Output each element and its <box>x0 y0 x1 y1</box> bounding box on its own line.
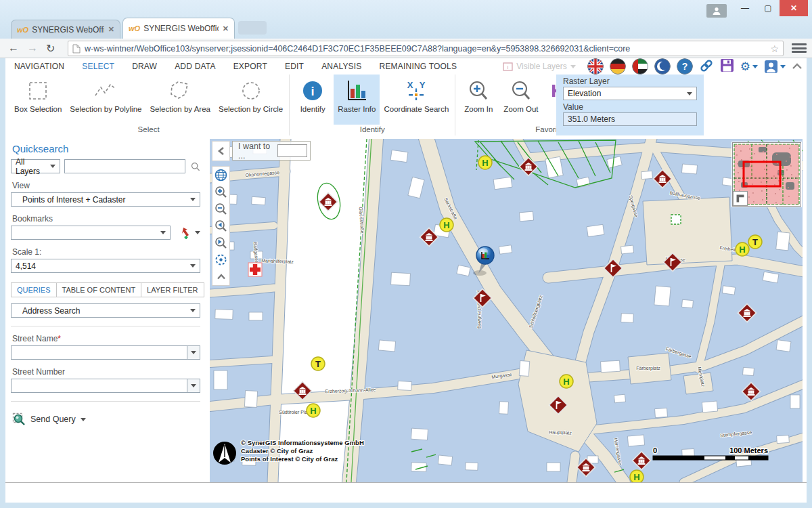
profile-button[interactable] <box>706 4 727 18</box>
collapse-sidebar-button[interactable] <box>212 141 230 161</box>
street-number-combo[interactable] <box>11 379 200 393</box>
tab-remaining-tools[interactable]: REMAINING TOOLS <box>371 62 466 71</box>
browser-tab-active[interactable]: wO SYNERGIS WebOffice Web ✕ <box>122 18 235 39</box>
reload-icon[interactable]: ↻ <box>46 42 55 55</box>
zoom-out-button[interactable]: Zoom Out <box>499 75 542 125</box>
layers-info-icon: i <box>503 62 513 71</box>
overview-extent-rect[interactable] <box>744 162 780 186</box>
map-zoom-out-button[interactable] <box>212 200 229 217</box>
previous-extent-button[interactable] <box>212 217 229 234</box>
street-name-input[interactable] <box>11 345 187 360</box>
send-query-icon <box>12 412 26 426</box>
locate-button[interactable] <box>212 251 229 268</box>
language-english-flag[interactable] <box>587 58 604 75</box>
tab-export[interactable]: EXPORT <box>225 62 276 71</box>
street-number-dropdown-button[interactable] <box>187 379 200 393</box>
tab-close-icon[interactable]: ✕ <box>223 24 229 33</box>
overview-toggle-button[interactable] <box>733 191 748 206</box>
quicksearch-title: Quicksearch <box>12 143 200 154</box>
view-select[interactable]: Points of Interest + Cadaster <box>11 192 200 207</box>
i-want-to-widget[interactable]: I want to ... <box>232 141 311 161</box>
next-extent-button[interactable] <box>212 234 229 251</box>
raster-info-button[interactable]: Raster Info <box>334 75 380 125</box>
i-want-to-input[interactable] <box>277 144 307 157</box>
collapse-toolbar-button[interactable] <box>212 268 229 285</box>
send-query-button[interactable]: Send Query <box>12 412 200 426</box>
street-name-combo[interactable] <box>11 345 200 360</box>
tab-edit[interactable]: EDIT <box>276 62 313 71</box>
share-link-icon[interactable] <box>699 58 714 75</box>
tab-close-icon[interactable]: ✕ <box>108 25 114 34</box>
tab-navigation[interactable]: NAVIGATION <box>5 62 73 71</box>
street-name-dropdown-button[interactable] <box>187 345 200 360</box>
map-viewport[interactable]: ÖkonomiegasseMariahilferplatzBadgasseGla… <box>210 139 803 482</box>
help-icon[interactable]: ? <box>677 58 693 75</box>
search-icon[interactable] <box>191 161 200 173</box>
box-selection-icon <box>26 77 49 105</box>
close-button[interactable]: ✕ <box>780 0 808 16</box>
tab-table-of-content[interactable]: TABLE OF CONTENT <box>57 282 142 297</box>
send-query-menu-caret[interactable] <box>81 418 86 421</box>
stop-h-marker: H <box>440 218 453 232</box>
bookmark-menu-caret[interactable] <box>195 231 200 234</box>
minimize-button[interactable]: — <box>734 0 757 16</box>
quicksearch-layer-select[interactable]: All Layers <box>11 159 60 173</box>
bookmark-star-icon[interactable]: ☆ <box>770 43 779 54</box>
tab-analysis[interactable]: ANALYSIS <box>313 62 370 71</box>
zoom-in-button[interactable]: Zoom In <box>457 75 499 125</box>
raster-layer-select[interactable]: Elevation <box>563 87 697 100</box>
svg-text:Points of Interest © City of G: Points of Interest © City of Graz <box>241 455 338 463</box>
language-german-flag[interactable] <box>610 58 626 75</box>
language-crescent-flag[interactable] <box>654 58 671 75</box>
chevron-down-icon <box>752 65 758 68</box>
raster-value-field: 351.0 Meters <box>563 112 697 126</box>
forward-icon[interactable]: → <box>27 42 38 54</box>
map-canvas[interactable]: ÖkonomiegasseMariahilferplatzBadgasseGla… <box>210 139 803 482</box>
browser-menu-icon[interactable] <box>792 42 807 54</box>
visible-layers-dropdown[interactable]: i Visible Layers <box>503 62 575 71</box>
overview-map[interactable] <box>732 142 801 207</box>
tab-draw[interactable]: DRAW <box>123 62 166 71</box>
group-label-select: Select <box>10 125 287 135</box>
browser-tab-inactive[interactable]: wO SYNERGIS WebOffice Adm ✕ <box>11 20 120 39</box>
full-extent-button[interactable] <box>212 167 229 184</box>
svg-text:H: H <box>633 472 639 482</box>
new-tab-button[interactable] <box>238 21 267 35</box>
weboffice-app: NAVIGATION SELECT DRAW ADD DATA EXPORT E… <box>5 58 807 503</box>
collapse-ribbon-icon[interactable] <box>792 62 803 70</box>
chevron-down-icon <box>190 198 196 201</box>
add-bookmark-icon[interactable] <box>177 226 192 240</box>
coordinate-search-button[interactable]: X , Y Coordinate Search <box>380 75 453 125</box>
quicksearch-input[interactable] <box>64 159 185 173</box>
svg-text:X: X <box>407 80 413 90</box>
group-label-identify: Identify <box>292 125 453 135</box>
street-number-input[interactable] <box>11 379 187 393</box>
query-type-select[interactable]: Address Search <box>11 303 200 318</box>
tab-layer-filter[interactable]: LAYER FILTER <box>141 282 204 297</box>
language-arabic-flag[interactable] <box>632 58 648 75</box>
tab-add-data[interactable]: ADD DATA <box>166 62 225 71</box>
bookmarks-select[interactable] <box>11 226 171 240</box>
svg-text:i: i <box>311 85 315 98</box>
selection-by-circle-button[interactable]: Selection by Circle <box>215 75 287 125</box>
url-bar[interactable]: w-ws-wintner/WebOffice103/synserver;jses… <box>68 41 784 56</box>
maximize-button[interactable]: ▢ <box>757 0 780 16</box>
tab-queries[interactable]: QUERIES <box>11 282 57 297</box>
user-menu[interactable] <box>764 60 786 74</box>
area-selection-icon <box>167 77 193 105</box>
identify-button[interactable]: i Identify <box>292 75 334 125</box>
map-zoom-in-button[interactable] <box>212 184 229 200</box>
tab-select[interactable]: SELECT <box>73 62 123 71</box>
scale-select[interactable]: 4,514 <box>11 259 200 273</box>
tab-title: SYNERGIS WebOffice Web <box>143 24 219 33</box>
zoom-in-icon <box>467 77 490 105</box>
selection-by-polyline-button[interactable]: Selection by Polyline <box>66 75 145 125</box>
user-icon <box>764 60 778 74</box>
settings-menu[interactable]: ⚙ <box>740 60 758 74</box>
box-selection-button[interactable]: Box Selection <box>10 75 66 125</box>
selection-by-area-button[interactable]: Selection by Area <box>145 75 215 125</box>
svg-text:H: H <box>739 245 745 255</box>
svg-text:i: i <box>508 64 509 70</box>
save-session-icon[interactable] <box>720 58 734 75</box>
back-icon[interactable]: ← <box>8 42 19 54</box>
